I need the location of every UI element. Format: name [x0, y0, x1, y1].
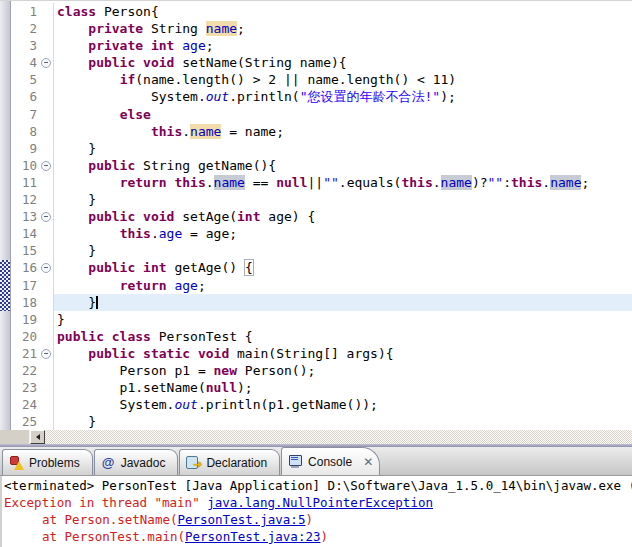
line-number[interactable]: 23 [11, 379, 40, 396]
line-number[interactable]: 10 [11, 157, 40, 174]
line-number[interactable]: 8 [11, 123, 40, 140]
fold-collapse-icon[interactable] [41, 349, 51, 359]
code-token [57, 346, 88, 361]
line-number[interactable]: 3 [11, 37, 40, 54]
console-view[interactable]: <terminated> PersonTest [Java Applicatio… [0, 476, 632, 547]
scrollbar-track[interactable] [45, 430, 632, 444]
code-line-25: 25 } [11, 413, 632, 430]
line-number[interactable]: 5 [11, 71, 40, 88]
tab-declaration[interactable]: ➜Declaration [179, 449, 280, 475]
scroll-left-button[interactable] [30, 430, 45, 444]
code-line-12: 12 } [11, 191, 632, 208]
fold-collapse-icon[interactable] [41, 212, 51, 222]
code-text[interactable]: System.out.println(p1.getName()); [54, 396, 632, 413]
code-text[interactable]: return this.name == null||"".equals(this… [54, 174, 632, 191]
close-icon[interactable]: ✕ [363, 456, 373, 468]
code-text[interactable]: public void setName(String name){ [54, 54, 632, 71]
fold-column [40, 3, 54, 20]
code-text[interactable]: this.age = age; [54, 225, 632, 242]
tab-label: Javadoc [121, 456, 166, 470]
code-line-9: 9 } [11, 140, 632, 157]
line-number[interactable]: 15 [11, 242, 40, 259]
code-text[interactable]: } [54, 413, 632, 430]
fold-collapse-icon[interactable] [41, 58, 51, 68]
fold-column [40, 242, 54, 259]
code-token [57, 55, 88, 70]
stacktrace-link[interactable]: java.lang.NullPointerException [207, 495, 433, 510]
code-text[interactable]: private String name; [54, 20, 632, 37]
line-number[interactable]: 17 [11, 277, 40, 294]
code-text[interactable]: class Person{ [54, 3, 632, 20]
fold-column [40, 174, 54, 191]
fold-collapse-icon[interactable] [41, 263, 51, 273]
line-number[interactable]: 2 [11, 20, 40, 37]
code-text[interactable]: System.out.println("您设置的年龄不合法!"); [54, 88, 632, 105]
code-token: PersonTest { [151, 329, 253, 344]
code-token: } [57, 243, 96, 258]
code-line-13: 13 public void setAge(int age) { [11, 208, 632, 225]
code-text[interactable]: p1.setName(null); [54, 379, 632, 396]
code-token: } [57, 312, 65, 327]
code-text[interactable]: if(name.length() > 2 || name.length() < … [54, 71, 632, 88]
line-number[interactable]: 25 [11, 413, 40, 430]
code-text[interactable]: } [54, 294, 632, 311]
code-token: int [237, 209, 260, 224]
code-token [57, 107, 120, 122]
line-number[interactable]: 14 [11, 225, 40, 242]
line-number[interactable]: 9 [11, 140, 40, 157]
code-text[interactable]: } [54, 140, 632, 157]
line-number[interactable]: 16 [11, 259, 40, 276]
code-token: ); [237, 380, 253, 395]
fold-column [40, 396, 54, 413]
code-token [190, 346, 198, 361]
line-number[interactable]: 13 [11, 208, 40, 225]
code-text[interactable]: public class PersonTest { [54, 328, 632, 345]
line-number[interactable]: 21 [11, 345, 40, 362]
stacktrace-link[interactable]: PersonTest.java:23 [185, 529, 320, 544]
line-number[interactable]: 24 [11, 396, 40, 413]
line-number[interactable]: 11 [11, 174, 40, 191]
code-text[interactable]: return age; [54, 277, 632, 294]
code-text[interactable]: public int getAge() { [54, 259, 632, 276]
code-token: age) { [261, 209, 316, 224]
code-line-24: 24 System.out.println(p1.getName()); [11, 396, 632, 413]
code-line-20: 20public class PersonTest { [11, 328, 632, 345]
code-text[interactable]: else [54, 106, 632, 123]
code-text[interactable]: public void setAge(int age) { [54, 208, 632, 225]
code-line-2: 2 private String name; [11, 20, 632, 37]
line-number[interactable]: 19 [11, 311, 40, 328]
line-number[interactable]: 7 [11, 106, 40, 123]
range-indicator [0, 260, 10, 311]
fold-collapse-icon[interactable] [41, 161, 51, 171]
code-token: System. [57, 397, 174, 412]
line-number[interactable]: 6 [11, 88, 40, 105]
fold-column [40, 191, 54, 208]
stderr-text: ) [305, 512, 313, 527]
code-text[interactable]: private int age; [54, 37, 632, 54]
line-number[interactable]: 4 [11, 54, 40, 71]
tab-javadoc[interactable]: @Javadoc [94, 449, 179, 475]
line-number[interactable]: 22 [11, 362, 40, 379]
horizontal-scrollbar[interactable] [0, 430, 632, 444]
code-text[interactable]: } [54, 242, 632, 259]
tab-console[interactable]: Console✕ [281, 447, 380, 475]
code-text[interactable]: public String getName(){ [54, 157, 632, 174]
code-token: Person(); [237, 363, 315, 378]
code-text[interactable]: Person p1 = new Person(); [54, 362, 632, 379]
code-text[interactable]: public static void main(String[] args){ [54, 345, 632, 362]
line-number[interactable]: 1 [11, 3, 40, 20]
code-token: name [190, 124, 221, 139]
line-number[interactable]: 20 [11, 328, 40, 345]
marker-bar[interactable] [0, 1, 11, 430]
code-token: . [182, 124, 190, 139]
code-text[interactable]: } [54, 311, 632, 328]
stacktrace-link[interactable]: PersonTest.java:5 [177, 512, 305, 527]
line-number[interactable]: 18 [11, 294, 40, 311]
line-number[interactable]: 12 [11, 191, 40, 208]
tab-problems[interactable]: Problems [2, 449, 93, 475]
code-text[interactable]: this.name = name; [54, 123, 632, 140]
code-text[interactable]: } [54, 191, 632, 208]
code-token: age [182, 38, 205, 53]
fold-column [40, 37, 54, 54]
code-editor[interactable]: 1class Person{2 private String name;3 pr… [0, 0, 632, 430]
